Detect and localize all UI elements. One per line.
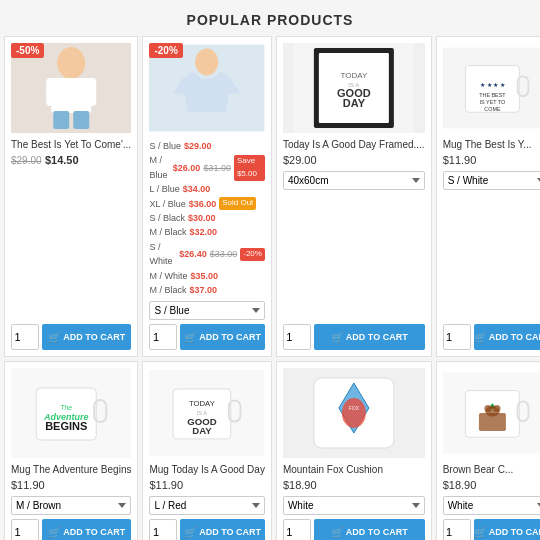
price-row: $18.90 xyxy=(283,478,425,492)
variant-item: XL / Blue $36.00 Sold Out xyxy=(149,197,264,211)
variant-item: S / White $26.40 $33.00 -20% xyxy=(149,240,264,269)
product-card: -20% S / Blue $29.00 M / Blue $26.00 $31… xyxy=(142,36,271,357)
add-to-cart-label: ADD TO CART xyxy=(63,332,125,342)
product-card: FOX Mountain Fox Cushion $18.90 White 🛒 … xyxy=(276,361,432,540)
add-to-cart-button[interactable]: 🛒 ADD TO CART xyxy=(42,324,131,350)
variant-select-wrapper[interactable]: White xyxy=(443,496,540,515)
product-image: TODAY IS A GOOD DAY xyxy=(283,43,425,133)
variant-select[interactable]: S / BlueM / BlueL / BlueXL / BlueS / Bla… xyxy=(149,301,264,320)
price-only: $29.00 xyxy=(283,154,317,166)
svg-point-40 xyxy=(342,398,366,428)
add-to-cart-button[interactable]: 🛒 ADD TO CART xyxy=(474,324,540,350)
add-to-cart-label: ADD TO CART xyxy=(489,527,540,537)
add-to-cart-row: 🛒 ADD TO CART xyxy=(283,519,425,540)
cart-icon: 🛒 xyxy=(474,527,486,538)
add-to-cart-label: ADD TO CART xyxy=(199,332,261,342)
svg-text:IS YET TO: IS YET TO xyxy=(479,99,505,105)
variant-item: M / Black $32.00 xyxy=(149,225,264,239)
product-name: Brown Bear C... xyxy=(443,464,540,475)
variant-select[interactable]: S / White xyxy=(443,171,540,190)
add-to-cart-button[interactable]: 🛒 ADD TO CART xyxy=(314,324,425,350)
svg-rect-17 xyxy=(465,66,519,113)
variant-select-wrapper[interactable]: L / Red xyxy=(149,496,264,515)
price-row: $11.90 xyxy=(443,153,540,167)
add-to-cart-row: 🛒 ADD TO CART xyxy=(443,519,540,540)
quantity-input[interactable] xyxy=(443,324,471,350)
add-to-cart-label: ADD TO CART xyxy=(63,527,125,537)
price-original: $29.00 xyxy=(11,155,42,166)
quantity-input[interactable] xyxy=(149,324,177,350)
quantity-input[interactable] xyxy=(283,519,311,540)
add-to-cart-row: 🛒 ADD TO CART xyxy=(149,324,264,350)
variant-item: M / Black $37.00 xyxy=(149,283,264,297)
add-to-cart-label: ADD TO CART xyxy=(346,332,408,342)
product-badge: -20% xyxy=(149,43,182,58)
product-image: FOX xyxy=(283,368,425,458)
variant-select-wrapper[interactable]: 40x60cm xyxy=(283,171,425,190)
svg-point-1 xyxy=(57,47,85,79)
svg-rect-4 xyxy=(84,78,96,106)
add-to-cart-button[interactable]: 🛒 ADD TO CART xyxy=(180,519,264,540)
svg-text:BEGINS: BEGINS xyxy=(45,420,87,432)
product-name: Today Is A Good Day Framed.... xyxy=(283,139,425,150)
price-only: $11.90 xyxy=(11,479,45,491)
variant-select[interactable]: L / Red xyxy=(149,496,264,515)
variant-select[interactable]: M / Brown xyxy=(11,496,131,515)
add-to-cart-button[interactable]: 🛒 ADD TO CART xyxy=(314,519,425,540)
price-only: $11.90 xyxy=(149,479,183,491)
add-to-cart-row: 🛒 ADD TO CART xyxy=(443,324,540,350)
variant-item: L / Blue $34.00 xyxy=(149,182,264,196)
svg-rect-3 xyxy=(46,78,58,106)
quantity-input[interactable] xyxy=(11,519,39,540)
add-to-cart-button[interactable]: 🛒 ADD TO CART xyxy=(474,519,540,540)
price-row: $29.00 $14.50 xyxy=(11,153,131,167)
cart-icon: 🛒 xyxy=(48,527,60,538)
variant-select[interactable]: White xyxy=(283,496,425,515)
product-name: The Best Is Yet To Come'... xyxy=(11,139,131,150)
quantity-input[interactable] xyxy=(11,324,39,350)
cart-icon: 🛒 xyxy=(48,332,60,343)
svg-text:COME: COME xyxy=(484,106,501,112)
variant-select[interactable]: 40x60cm xyxy=(283,171,425,190)
svg-text:TODAY: TODAY xyxy=(340,71,367,80)
cart-icon: 🛒 xyxy=(184,332,196,343)
product-image: The Adventure BEGINS xyxy=(11,368,131,458)
price-row: $18.90 xyxy=(443,478,540,492)
add-to-cart-label: ADD TO CART xyxy=(346,527,408,537)
product-card: ★ ★ ★ ★ THE BEST IS YET TO COME Mug The … xyxy=(436,36,540,357)
svg-text:DAY: DAY xyxy=(343,97,366,109)
variant-item: M / White $35.00 xyxy=(149,269,264,283)
quantity-input[interactable] xyxy=(149,519,177,540)
price-only: $18.90 xyxy=(283,479,317,491)
add-to-cart-button[interactable]: 🛒 ADD TO CART xyxy=(180,324,264,350)
add-to-cart-row: 🛒 ADD TO CART xyxy=(149,519,264,540)
quantity-input[interactable] xyxy=(283,324,311,350)
variant-select-wrapper[interactable]: M / Brown xyxy=(11,496,131,515)
quantity-input[interactable] xyxy=(443,519,471,540)
variant-select-wrapper[interactable]: S / White xyxy=(443,171,540,190)
product-name: Mug Today Is A Good Day xyxy=(149,464,264,475)
svg-rect-6 xyxy=(73,111,89,129)
product-card: The Adventure BEGINS Mug The Adventure B… xyxy=(4,361,138,540)
variant-select-wrapper[interactable]: White xyxy=(283,496,425,515)
add-to-cart-label: ADD TO CART xyxy=(199,527,261,537)
svg-text:DAY: DAY xyxy=(193,425,213,436)
products-grid: -50% The Best Is Yet To Come'... $29.00 … xyxy=(0,36,540,540)
product-card: TODAY IS A GOOD DAY Mug Today Is A Good … xyxy=(142,361,271,540)
product-image: 🌲 xyxy=(443,368,540,458)
add-to-cart-label: ADD TO CART xyxy=(489,332,540,342)
variant-item: S / Blue $29.00 xyxy=(149,139,264,153)
svg-text:The: The xyxy=(60,404,72,411)
product-card: -50% The Best Is Yet To Come'... $29.00 … xyxy=(4,36,138,357)
add-to-cart-button[interactable]: 🛒 ADD TO CART xyxy=(42,519,131,540)
variant-select-wrapper[interactable]: S / BlueM / BlueL / BlueXL / BlueS / Bla… xyxy=(149,301,264,320)
price-row: $11.90 xyxy=(11,478,131,492)
price-only: $18.90 xyxy=(443,479,477,491)
add-to-cart-row: 🛒 ADD TO CART xyxy=(11,519,131,540)
variant-select[interactable]: White xyxy=(443,496,540,515)
svg-text:THE BEST: THE BEST xyxy=(479,92,506,98)
svg-point-48 xyxy=(484,405,491,412)
product-image: TODAY IS A GOOD DAY xyxy=(149,368,264,458)
product-card: TODAY IS A GOOD DAY Today Is A Good Day … xyxy=(276,36,432,357)
cart-icon: 🛒 xyxy=(331,527,343,538)
